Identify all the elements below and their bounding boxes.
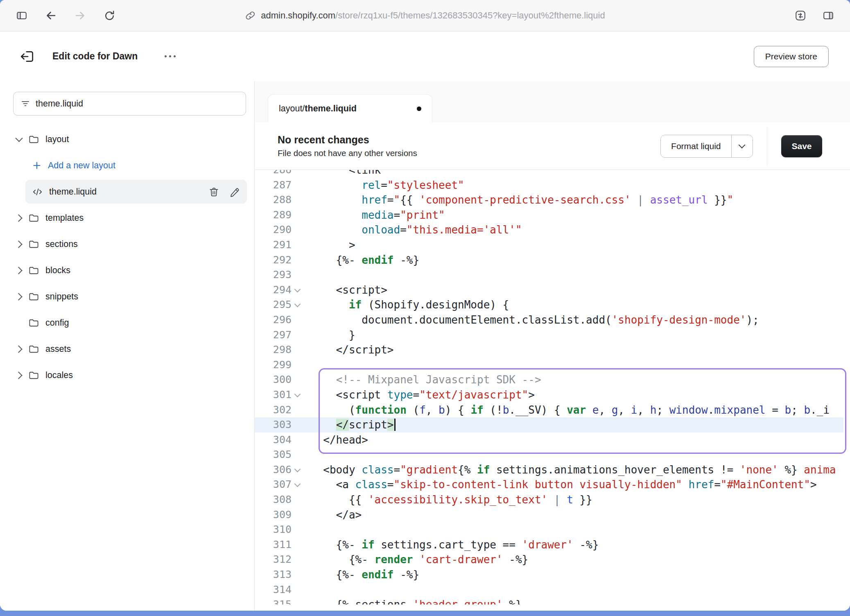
code-line-301[interactable]: 301 <script type="text/javascript"> — [255, 387, 850, 403]
line-number: 296 — [255, 313, 292, 328]
code-text: href="{{ 'component-predictive-search.cs… — [303, 192, 733, 208]
code-line-299[interactable]: 299 — [255, 358, 850, 373]
code-line-314[interactable]: 314 — [255, 582, 850, 598]
fold-toggle-icon[interactable] — [292, 477, 303, 492]
code-line-298[interactable]: 298 </script> — [255, 342, 850, 358]
add-new-layout-button[interactable]: Add a new layout — [0, 152, 254, 179]
code-line-294[interactable]: 294 <script> — [255, 283, 850, 298]
code-text: </script> — [303, 342, 394, 358]
line-number: 313 — [255, 567, 292, 582]
code-text: if (Shopify.designMode) { — [303, 297, 509, 313]
preview-store-button[interactable]: Preview store — [754, 46, 829, 67]
file-search-box[interactable] — [13, 92, 246, 116]
folder-assets[interactable]: assets — [0, 336, 254, 362]
browser-window: admin.shopify.com/store/rzq1xu-f5/themes… — [0, 0, 850, 611]
code-line-303[interactable]: 303 </script> — [255, 417, 843, 433]
sidebar-toggle-glyph — [16, 9, 28, 22]
code-line-312[interactable]: 312 {%- render 'cart-drawer' -%} — [255, 552, 850, 567]
folder-blocks[interactable]: blocks — [0, 257, 254, 283]
code-editor[interactable]: 286 <link287 rel="stylesheet"288 href="{… — [255, 170, 850, 605]
code-line-310[interactable]: 310 — [255, 522, 850, 537]
code-text — [303, 358, 310, 373]
code-line-291[interactable]: 291 > — [255, 238, 850, 253]
tree-chevron-slot — [12, 373, 25, 378]
chevron-right-icon — [15, 214, 22, 222]
save-button[interactable]: Save — [781, 135, 822, 157]
line-number: 295 — [255, 297, 292, 313]
delete-file-icon[interactable] — [208, 186, 219, 197]
text-cursor — [394, 419, 396, 431]
sidebar-toggle-icon[interactable] — [16, 9, 28, 22]
fold-gutter — [292, 582, 303, 598]
tree-item-label: templates — [45, 213, 84, 223]
code-line-313[interactable]: 313 {%- endif -%} — [255, 567, 850, 582]
tab-file-name: theme.liquid — [305, 104, 357, 113]
extensions-button[interactable] — [794, 9, 807, 22]
code-text: (function (f, b) { if (!b.__SV) { var e,… — [303, 403, 830, 418]
format-liquid-button-group: Format liquid — [660, 135, 753, 158]
code-line-311[interactable]: 311 {%- if settings.cart_type == 'drawer… — [255, 537, 850, 553]
back-button[interactable] — [44, 9, 57, 22]
fold-toggle-icon[interactable] — [292, 297, 303, 313]
folder-locales[interactable]: locales — [0, 362, 254, 388]
reload-button[interactable] — [103, 9, 116, 22]
code-text: {%- render 'cart-drawer' -%} — [303, 552, 528, 567]
tree-item-label: locales — [45, 370, 73, 380]
folder-sections[interactable]: sections — [0, 231, 254, 257]
fold-toggle-icon[interactable] — [292, 283, 303, 298]
folder-templates[interactable]: templates — [0, 205, 254, 231]
code-text: onload="this.media='all'" — [303, 222, 522, 238]
fold-gutter — [292, 597, 303, 605]
exit-code-editor-button[interactable] — [20, 49, 35, 64]
code-line-286[interactable]: 286 <link — [255, 170, 850, 178]
code-text: </head> — [303, 433, 368, 448]
line-number: 294 — [255, 283, 292, 298]
folder-layout[interactable]: layout — [0, 126, 254, 152]
code-line-315[interactable]: 315 {% sections 'header-group' %} — [255, 597, 850, 605]
code-line-308[interactable]: 308 {{ 'accessibility.skip_to_text' | t … — [255, 492, 850, 507]
code-line-300[interactable]: 300 <!-- Mixpanel Javascript SDK --> — [255, 372, 850, 387]
code-line-306[interactable]: 306 <body class="gradient{% if settings.… — [255, 462, 850, 478]
code-line-292[interactable]: 292 {%- endif -%} — [255, 253, 850, 268]
forward-button[interactable] — [74, 9, 87, 22]
code-line-302[interactable]: 302 (function (f, b) { if (!b.__SV) { va… — [255, 403, 850, 418]
line-number: 291 — [255, 238, 292, 253]
code-line-287[interactable]: 287 rel="stylesheet" — [255, 178, 850, 193]
folder-config[interactable]: config — [0, 310, 254, 336]
folder-icon — [28, 370, 39, 381]
code-line-305[interactable]: 305 — [255, 447, 850, 462]
folder-icon — [28, 265, 39, 276]
code-text: {%- if settings.cart_type == 'drawer' -%… — [303, 537, 599, 553]
code-line-293[interactable]: 293 — [255, 267, 850, 283]
code-line-288[interactable]: 288 href="{{ 'component-predictive-searc… — [255, 192, 850, 208]
fold-gutter — [292, 192, 303, 208]
folder-snippets[interactable]: snippets — [0, 283, 254, 310]
code-line-297[interactable]: 297 } — [255, 328, 850, 343]
folder-icon — [28, 291, 39, 302]
line-number: 315 — [255, 597, 292, 605]
split-view-button[interactable] — [822, 9, 834, 22]
unsaved-indicator-dot — [417, 106, 421, 111]
code-line-289[interactable]: 289 media="print" — [255, 208, 850, 223]
file-search-input[interactable] — [36, 99, 239, 109]
code-line-307[interactable]: 307 <a class="skip-to-content-link butto… — [255, 477, 850, 492]
file-theme-liquid[interactable]: theme.liquid — [25, 180, 247, 204]
address-bar[interactable]: admin.shopify.com/store/rzq1xu-f5/themes… — [245, 10, 605, 21]
code-line-295[interactable]: 295 if (Shopify.designMode) { — [255, 297, 850, 313]
tab-theme-liquid[interactable]: layout/theme.liquid — [268, 94, 432, 122]
line-number: 289 — [255, 208, 292, 223]
more-options-button[interactable] — [161, 52, 179, 61]
code-line-290[interactable]: 290 onload="this.media='all'" — [255, 222, 850, 238]
tree-item-label: layout — [45, 134, 69, 145]
line-number: 299 — [255, 358, 292, 373]
fold-toggle-icon[interactable] — [292, 462, 303, 478]
format-options-dropdown[interactable] — [731, 135, 753, 157]
code-line-309[interactable]: 309 </a> — [255, 507, 850, 523]
code-line-296[interactable]: 296 document.documentElement.classList.a… — [255, 313, 850, 328]
fold-gutter — [292, 552, 303, 567]
format-liquid-button[interactable]: Format liquid — [661, 135, 731, 157]
line-number: 304 — [255, 433, 292, 448]
code-line-304[interactable]: 304 </head> — [255, 433, 850, 448]
rename-file-icon[interactable] — [229, 186, 240, 197]
fold-toggle-icon[interactable] — [292, 387, 303, 403]
